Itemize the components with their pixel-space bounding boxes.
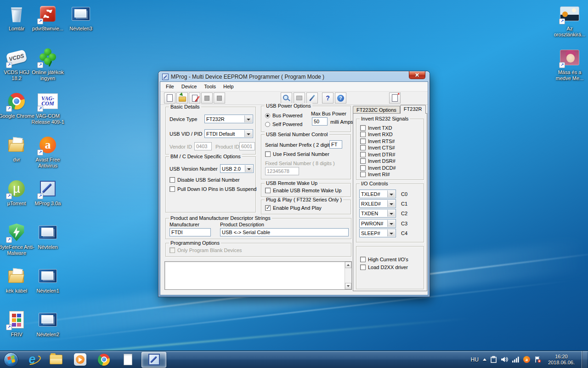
taskbar-item-windows-explorer[interactable]	[46, 352, 66, 368]
fixed-serial-field[interactable]: 12345678	[265, 167, 299, 175]
desktop-icon-column-3: Névtelen3	[65, 2, 96, 46]
checkbox-only-program-blank[interactable]: Only Program Blank Devices	[170, 247, 242, 253]
desktop-icon-vcds-hgj-18-2[interactable]: VCDSVCDS HGJ 18.2	[1, 46, 32, 89]
desktop-icon-k-k-k-bel[interactable]: kék kábel	[1, 264, 32, 308]
edit-file-button[interactable]	[189, 92, 200, 104]
desktop-icon-lomt-r[interactable]: Lomtár	[1, 2, 32, 46]
about-button[interactable]: ?	[335, 92, 346, 104]
checkbox-invert-rxd[interactable]: Invert RXD	[360, 132, 393, 137]
product-description-field[interactable]: USB <-> Serial Cable	[220, 228, 349, 236]
taskbar-item-mprog-active[interactable]	[141, 352, 166, 368]
open-file-button[interactable]	[176, 92, 188, 104]
avast-tray-icon[interactable]: a	[523, 356, 530, 363]
io-c2-select[interactable]: TXDEN	[359, 209, 396, 218]
checkbox-pull-down-io[interactable]: Pull Down IO Pins in USB Suspend	[170, 186, 256, 192]
radio-self-powered[interactable]: Self Powered	[265, 121, 302, 127]
menu-file[interactable]: File	[162, 82, 178, 91]
checkbox-enable-plug-and-play[interactable]: Enable Plug And Play	[265, 205, 322, 211]
checkbox-invert-cts[interactable]: Invert CTS#	[360, 145, 395, 150]
window-thumb-icon	[37, 265, 59, 287]
desktop-icon-n-vtelen2[interactable]: Névtelen2	[32, 308, 63, 351]
erase-button-disabled[interactable]	[294, 92, 305, 104]
radio-bus-powered[interactable]: Bus Powered	[265, 113, 302, 118]
window-titlebar[interactable]: MProg - Multi Device EEPROM Programmer (…	[158, 71, 430, 82]
checkbox-invert-txd[interactable]: Invert TXD	[360, 125, 392, 131]
help-button[interactable]: ?	[322, 92, 334, 104]
desktop-icon-vag-com-release-409-1[interactable]: VAG-COMVAG-COM Release 409-1	[32, 89, 63, 133]
tab-ft2232c-options[interactable]: FT2232C Options	[353, 106, 400, 114]
menu-tools[interactable]: Tools	[200, 82, 220, 91]
desktop[interactable]: LomtárVCDSVCDS HGJ 18.2Google Chromedvrµ…	[0, 0, 588, 351]
vid-pid-select[interactable]: FTDI Default	[204, 129, 253, 138]
checkbox-load-d2xx[interactable]: Load D2XX driver	[360, 264, 408, 270]
program-pen-icon	[309, 95, 315, 101]
show-hidden-icons-button[interactable]	[483, 356, 486, 361]
checkbox-invert-dsr[interactable]: Invert DSR#	[360, 158, 396, 164]
checkbox-enable-remote-wakeup[interactable]: Enable USB Remote Wake Up	[265, 188, 341, 193]
scroll-down-button[interactable]	[345, 283, 351, 289]
clock[interactable]: 16:20 2018.06.06.	[545, 354, 577, 366]
desktop-icon-mprog-3-0a[interactable]: MProg 3.0a	[32, 177, 63, 220]
start-button[interactable]	[2, 351, 20, 368]
desktop-icon-google-chrome[interactable]: Google Chrome	[1, 89, 32, 133]
checkbox-use-fixed-serial[interactable]: Use Fixed Serial Number	[265, 151, 329, 157]
checkbox-invert-dtr[interactable]: Invert DTR#	[360, 152, 395, 157]
tray-time: 16:20	[548, 354, 575, 360]
save-as-button-disabled[interactable]	[214, 92, 225, 104]
checkbox-box	[360, 257, 366, 262]
device-type-select[interactable]: FT232R	[204, 115, 253, 123]
serial-prefix-field[interactable]: FT	[329, 140, 342, 149]
taskbar-item-media-player[interactable]	[70, 352, 90, 368]
scroll-up-button[interactable]	[345, 262, 351, 268]
network-signal-icon[interactable]	[512, 356, 519, 362]
desktop-icon-m-sa-s-a-medve-me[interactable]: Mása és a medve Me...	[554, 46, 585, 89]
taskbar-item-chrome[interactable]	[94, 352, 114, 368]
desktop-icon-online-j-t-kok-ingyen[interactable]: Online játékok ingyen	[32, 46, 63, 89]
desktop-icon-bytefence-anti-malware[interactable]: ByteFence Anti-Malware	[1, 220, 32, 264]
manufacturer-field[interactable]: FTDI	[170, 228, 211, 236]
close-button[interactable]	[409, 71, 425, 79]
desktop-icon-avast-free-antivirus[interactable]: aAvast Free Antivirus	[32, 133, 63, 177]
checkbox-disable-usb-serial[interactable]: Disable USB Serial Number	[170, 177, 240, 183]
product-id-field[interactable]: 6001	[239, 142, 255, 150]
radio-button	[265, 122, 270, 127]
desktop-icon-az-oroszl-nkir[interactable]: Az oroszlánkirá...	[554, 2, 585, 46]
volume-icon[interactable]	[501, 356, 508, 362]
desktop-icon-n-vtelen[interactable]: Névtelen	[32, 220, 63, 264]
action-center-flag-icon[interactable]	[534, 356, 541, 363]
checkbox-invert-ri[interactable]: Invert RI#	[360, 172, 390, 177]
desktop-icon-n-vtelen1[interactable]: Névtelen1	[32, 264, 63, 308]
desktop-icon-dvr[interactable]: dvr	[1, 133, 32, 177]
desktop-icon-friv[interactable]: FRIV	[1, 308, 32, 351]
save-button-disabled[interactable]	[201, 92, 213, 104]
new-file-button[interactable]	[164, 92, 175, 104]
menu-help[interactable]: Help	[220, 82, 237, 91]
show-desktop-button[interactable]	[582, 351, 587, 368]
vendor-id-field[interactable]: 0403	[194, 142, 212, 150]
log-scrollbar[interactable]	[345, 262, 351, 289]
taskbar-item-notepad[interactable]	[118, 352, 138, 368]
desktop-icon-n-vtelen3[interactable]: Névtelen3	[65, 2, 96, 46]
io-c1-select[interactable]: RXLED#	[359, 199, 396, 208]
taskbar-item-internet-explorer[interactable]: e	[22, 352, 42, 368]
desktop-icon-pdvr8twnvie[interactable]: pdvr8twnvie...	[32, 2, 63, 46]
io-c0-select[interactable]: TXLED#	[359, 190, 396, 198]
desktop-icon-label: pdvr8twnvie...	[29, 26, 66, 32]
io-c3-select[interactable]: PWRON#	[359, 219, 396, 228]
program-device-button[interactable]	[306, 92, 318, 104]
checkbox-invert-rts[interactable]: Invert RTS#	[360, 138, 395, 144]
max-bus-power-field[interactable]: 50	[312, 117, 328, 126]
checkbox-high-current-io[interactable]: High Current I/O's	[360, 257, 408, 262]
usb-version-select[interactable]: USB 2.0	[220, 164, 254, 173]
desktop-icon-torrent[interactable]: µµTorrent	[1, 177, 32, 220]
menu-device[interactable]: Device	[178, 82, 201, 91]
io-c4-select[interactable]: SLEEP#	[359, 229, 396, 237]
log-output[interactable]	[164, 261, 352, 290]
checkbox-invert-dcd[interactable]: Invert DCD#	[360, 165, 396, 171]
tab-ft232r[interactable]: FT232R	[400, 105, 426, 114]
scan-devices-button[interactable]	[281, 92, 292, 104]
language-indicator[interactable]: HU	[471, 356, 479, 363]
new-device-button[interactable]: *	[389, 92, 401, 104]
clipboard-tray-icon[interactable]	[491, 356, 497, 363]
group-remote-wakeup: USB Remote Wake Up Enable USB Remote Wak…	[261, 183, 351, 197]
